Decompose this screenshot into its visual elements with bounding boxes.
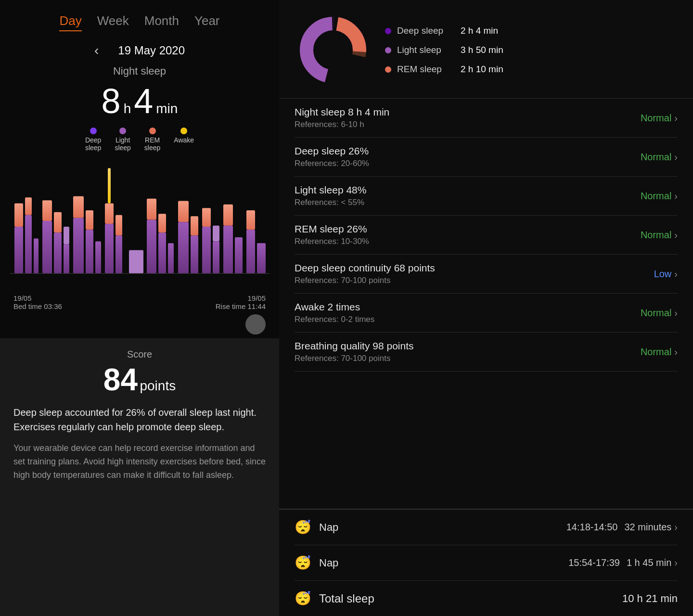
metric-left-deep: Deep sleep 26% References: 20-60% xyxy=(295,145,641,168)
metric-title-light: Light sleep 48% xyxy=(295,184,641,196)
metric-ref-awake: References: 0-2 times xyxy=(295,315,641,324)
legend-light: Light sleep 3 h 50 min xyxy=(385,45,503,55)
metric-light-sleep[interactable]: Light sleep 48% References: < 55% Normal… xyxy=(295,177,678,216)
total-sleep-icon: 😴 xyxy=(295,590,311,606)
metric-ref-light: References: < 55% xyxy=(295,198,641,207)
svg-rect-23 xyxy=(147,199,156,220)
donut-svg xyxy=(295,12,372,89)
deep-dot xyxy=(385,28,391,34)
nap-left-2: 😴 Nap xyxy=(295,555,338,571)
metric-deep-sleep[interactable]: Deep sleep 26% References: 20-60% Normal… xyxy=(295,138,678,177)
svg-rect-31 xyxy=(202,227,211,273)
svg-rect-25 xyxy=(158,214,166,232)
metric-title-continuity: Deep sleep continuity 68 points xyxy=(295,262,654,274)
chevron-nap-2: › xyxy=(674,557,678,568)
rise-time-label: Rise time 11:44 xyxy=(216,302,266,310)
chevron-breathing: › xyxy=(674,346,678,358)
metric-status-awake: Normal xyxy=(641,308,671,319)
light-dot xyxy=(385,47,391,53)
nap-right-2: 15:54-17:39 1 h 45 min › xyxy=(568,557,678,568)
metric-title-rem: REM sleep 26% xyxy=(295,223,641,235)
tab-month[interactable]: Month xyxy=(144,13,179,31)
metric-deep-continuity[interactable]: Deep sleep continuity 68 points Referenc… xyxy=(295,255,678,294)
rem-name: REM sleep xyxy=(397,64,455,75)
light-sleep-label: Lightsleep xyxy=(115,136,130,152)
metric-ref-deep: References: 20-60% xyxy=(295,159,641,168)
score-number: 84 xyxy=(103,362,138,397)
metric-awake[interactable]: Awake 2 times References: 0-2 times Norm… xyxy=(295,294,678,333)
nap-left-1: 😴 Nap xyxy=(295,519,338,535)
metric-right-awake[interactable]: Normal › xyxy=(641,308,678,319)
metric-left-breathing: Breathing quality 98 points References: … xyxy=(295,340,641,363)
legend-deep: Deep sleep 2 h 4 min xyxy=(385,26,503,36)
nap-icon-1: 😴 xyxy=(295,519,311,535)
advice-main-text: Deep sleep accounted for 26% of overall … xyxy=(13,405,266,434)
score-value-row: 84 points xyxy=(13,362,266,398)
metric-right-continuity[interactable]: Low › xyxy=(654,269,678,280)
sleep-duration: 8 h 4 min xyxy=(0,81,279,121)
metric-status-continuity: Low xyxy=(654,269,672,280)
rem-sleep-label: REMsleep xyxy=(144,136,160,152)
svg-rect-22 xyxy=(147,219,156,273)
sleep-chart xyxy=(0,156,279,291)
svg-rect-9 xyxy=(64,244,69,274)
sleep-mins-value: 4 xyxy=(134,81,153,121)
bed-time: 19/05 Bed time 03:36 xyxy=(13,294,62,310)
svg-rect-27 xyxy=(178,222,189,273)
chevron-deep: › xyxy=(674,152,678,163)
svg-rect-19 xyxy=(116,235,122,273)
nap-row-1[interactable]: 😴 Nap 14:18-14:50 32 minutes › xyxy=(295,510,678,545)
metric-left-continuity: Deep sleep continuity 68 points Referenc… xyxy=(295,262,654,285)
sleep-legend: Deepsleep Lightsleep REMsleep Awake xyxy=(0,128,279,156)
chevron-awake: › xyxy=(674,308,678,319)
metric-breathing[interactable]: Breathing quality 98 points References: … xyxy=(295,333,678,372)
metric-left-light: Light sleep 48% References: < 55% xyxy=(295,184,641,207)
svg-rect-38 xyxy=(246,230,255,273)
svg-rect-33 xyxy=(213,242,219,274)
nap-label-2: Nap xyxy=(319,557,338,569)
nap-section: 😴 Nap 14:18-14:50 32 minutes › 😴 Nap 15:… xyxy=(279,509,693,616)
nap-duration-1: 32 minutes xyxy=(624,522,671,533)
svg-rect-12 xyxy=(73,196,84,218)
metric-right-breathing[interactable]: Normal › xyxy=(641,346,678,358)
tab-bar: Day Week Month Year xyxy=(0,0,279,39)
svg-rect-34 xyxy=(213,226,219,242)
nap-row-2[interactable]: 😴 Nap 15:54-17:39 1 h 45 min › xyxy=(295,545,678,581)
nap-time-2: 15:54-17:39 xyxy=(568,557,620,568)
total-sleep-label: Total sleep xyxy=(319,592,374,605)
metric-ref-continuity: References: 70-100 points xyxy=(295,276,654,285)
awake-label: Awake xyxy=(174,136,194,144)
metric-night-sleep[interactable]: Night sleep 8 h 4 min References: 6-10 h… xyxy=(295,99,678,138)
left-panel: Day Week Month Year ‹ 19 May 2020 Night … xyxy=(0,0,279,616)
metric-ref-night: References: 6-10 h xyxy=(295,120,641,129)
donut-section: Deep sleep 2 h 4 min Light sleep 3 h 50 … xyxy=(279,0,693,99)
donut-legend: Deep sleep 2 h 4 min Light sleep 3 h 50 … xyxy=(385,26,503,75)
sleep-mins-unit: min xyxy=(156,101,178,116)
metric-ref-rem: References: 10-30% xyxy=(295,237,641,246)
tab-year[interactable]: Year xyxy=(194,13,220,31)
deep-sleep-label: Deepsleep xyxy=(85,136,101,152)
metric-rem-sleep[interactable]: REM sleep 26% References: 10-30% Normal … xyxy=(295,216,678,255)
metric-right-night[interactable]: Normal › xyxy=(641,113,678,124)
tab-day[interactable]: Day xyxy=(59,13,81,31)
sleep-type-label: Night sleep xyxy=(0,65,279,77)
svg-rect-24 xyxy=(158,232,166,273)
total-sleep-value: 10 h 21 min xyxy=(622,592,678,605)
metric-right-light[interactable]: Normal › xyxy=(641,191,678,202)
rise-time: 19/05 Rise time 11:44 xyxy=(216,294,266,310)
prev-arrow[interactable]: ‹ xyxy=(94,43,99,58)
date-navigation: ‹ 19 May 2020 xyxy=(0,39,279,62)
score-label: Score xyxy=(13,349,266,360)
scroll-handle[interactable] xyxy=(245,314,266,334)
total-row: 😴 Total sleep 10 h 21 min xyxy=(295,581,678,616)
svg-rect-1 xyxy=(14,203,23,227)
donut-chart xyxy=(295,12,372,89)
metric-status-breathing: Normal xyxy=(641,346,671,358)
metric-status-light: Normal xyxy=(641,191,671,202)
metric-right-deep[interactable]: Normal › xyxy=(641,152,678,163)
svg-rect-3 xyxy=(25,197,32,215)
tab-week[interactable]: Week xyxy=(97,13,129,31)
svg-rect-6 xyxy=(42,200,52,221)
metric-right-rem[interactable]: Normal › xyxy=(641,230,678,241)
sleep-chart-svg xyxy=(10,156,270,291)
